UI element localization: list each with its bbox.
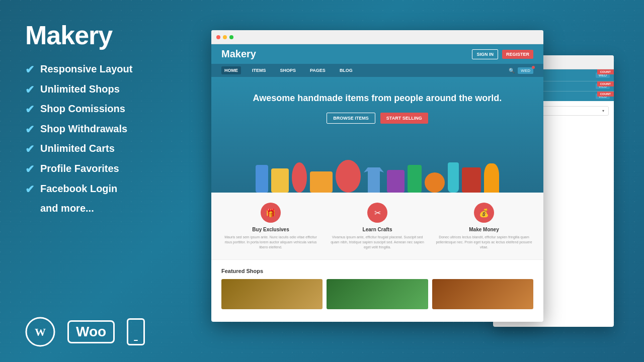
feature-label: Unlimited Carts (40, 142, 115, 155)
woo-badge: Woo (67, 320, 115, 343)
icons-row: W Woo (25, 317, 171, 347)
hero-section: Awesome handmade items from people aroun… (211, 77, 543, 193)
dot-yellow (223, 35, 227, 39)
nav-item-items[interactable]: ITEMS (249, 66, 269, 74)
mobile-icon (127, 318, 145, 345)
shop-thumbnail-1[interactable] (221, 279, 323, 309)
shops-grid (221, 279, 533, 309)
check-icon: ✔ (25, 123, 34, 137)
feature-desc-learn: Vivamus ipsum ante, efficitur feugiat pl… (328, 235, 427, 249)
illus-item (408, 165, 422, 193)
browser-main: Makery SIGN IN REGISTER HOME ITEMS SHOPS… (211, 30, 543, 322)
left-panel: Makery ✔ Responsive Layout ✔ Unlimited S… (0, 0, 191, 362)
feature-desc-buy: Mauris sed sem ipsum ante. Nunc iaculis … (221, 235, 320, 249)
illus-item (292, 162, 307, 193)
feature-title-learn: Learn Crafts (328, 227, 427, 232)
illus-item (387, 170, 405, 193)
makery-topbar: Makery SIGN IN REGISTER (211, 44, 543, 64)
illus-item (425, 172, 445, 193)
nav-item-home[interactable]: HOME (221, 66, 241, 74)
wordpress-icon: W (25, 317, 55, 347)
woo-label: Woo (76, 324, 106, 339)
hero-title: Awesome handmade items from people aroun… (221, 92, 533, 105)
nav-search: 🔍 WED (509, 67, 533, 74)
check-icon: ✔ (25, 162, 34, 177)
illus-item (484, 163, 499, 193)
illus-item (256, 165, 268, 193)
features-list: ✔ Responsive Layout ✔ Unlimited Shops ✔ … (25, 62, 171, 217)
check-icon: ✔ (25, 142, 34, 157)
feature-desc-money: Donec ultrices lectus blandit, efficitur… (435, 235, 533, 249)
list-item: ✔ Responsive Layout (25, 62, 171, 77)
feature-title-buy: Buy Exclusives (221, 227, 320, 232)
check-icon: ✔ (25, 63, 34, 77)
features-section: 🎁 Buy Exclusives Mauris sed sem ipsum an… (211, 193, 543, 259)
list-item: ✔ Unlimited Carts (25, 142, 171, 157)
search-icon[interactable]: 🔍 (509, 68, 515, 73)
chevron-down-icon: ▾ (602, 109, 604, 113)
featured-shops-section: Featured Shops (211, 259, 543, 317)
shop-thumbnail-3[interactable] (432, 279, 533, 309)
nav-item-blog[interactable]: BLOG (337, 66, 356, 74)
feature-icon-buy: 🎁 (261, 203, 281, 223)
browser-header-main (211, 30, 543, 44)
feature-title-money: Make Money (435, 227, 533, 232)
feature-item-money: 💰 Make Money Donec ultrices lectus bland… (435, 203, 533, 249)
feature-label: Facebook Login (40, 182, 117, 195)
feature-item-buy: 🎁 Buy Exclusives Mauris sed sem ipsum an… (221, 203, 320, 249)
feature-item-learn: ✂ Learn Crafts Vivamus ipsum ante, effic… (328, 203, 427, 249)
dot-green (229, 35, 233, 39)
illus-item (462, 167, 481, 193)
browse-items-button[interactable]: BROWSE ITEMS (327, 113, 375, 124)
list-item: ✔ Unlimited Shops (25, 82, 171, 98)
items-illustration (211, 152, 543, 193)
cart-badge[interactable]: WED (518, 67, 533, 74)
feature-label: Profile Favorites (40, 162, 119, 175)
feature-label: Responsive Layout (40, 62, 132, 75)
main-container: Makery ✔ Responsive Layout ✔ Unlimited S… (0, 0, 644, 362)
feature-label: and more... (40, 202, 94, 215)
feature-label: Shop Comissions (40, 102, 125, 115)
dot-red (216, 35, 220, 39)
list-item: ✔ and more... (25, 202, 171, 217)
scissors-icon: ✂ (374, 208, 381, 218)
illus-item (310, 171, 333, 193)
count-badge-1: COUNT (597, 69, 614, 74)
register-button[interactable]: REGISTER (502, 50, 533, 59)
feature-icon-money: 💰 (474, 203, 494, 223)
check-icon: ✔ (25, 103, 34, 117)
feature-icon-learn: ✂ (367, 203, 387, 223)
shop-thumbnail-2[interactable] (327, 279, 428, 309)
svg-text:W: W (35, 326, 46, 338)
list-item: ✔ Facebook Login (25, 182, 171, 197)
nav-buttons: SIGN IN REGISTER (472, 49, 533, 59)
list-item: ✔ Profile Favorites (25, 162, 171, 177)
featured-shops-title: Featured Shops (221, 268, 533, 274)
signin-button[interactable]: SIGN IN (472, 49, 498, 59)
illus-item (364, 167, 384, 193)
hero-buttons: BROWSE ITEMS START SELLING (221, 113, 533, 124)
check-icon: ✔ (25, 183, 34, 197)
illus-item (271, 168, 289, 193)
check-icon: ✔ (25, 83, 34, 98)
list-item: ✔ Shop Withdrawals (25, 122, 171, 137)
gift-icon: 🎁 (266, 208, 276, 218)
count-badge-2: COUNT (597, 81, 614, 86)
count-badge-3: COUNT (597, 92, 614, 97)
nav-menu: HOME ITEMS SHOPS PAGES BLOG 🔍 WED (211, 64, 543, 77)
nav-item-pages[interactable]: PAGES (307, 66, 329, 74)
nav-item-shops[interactable]: SHOPS (277, 66, 299, 74)
feature-label: Shop Withdrawals (40, 122, 127, 135)
list-item: ✔ Shop Comissions (25, 102, 171, 117)
brand-title: Makery (25, 20, 171, 50)
feature-label: Unlimited Shops (40, 82, 120, 96)
features-grid: 🎁 Buy Exclusives Mauris sed sem ipsum an… (221, 203, 533, 249)
right-panel: WED COUNT WED COUNT WED COUNT Sort by...… (191, 0, 644, 362)
money-icon: 💰 (479, 208, 489, 218)
makery-logo: Makery (221, 48, 256, 60)
start-selling-button[interactable]: START SELLING (380, 113, 428, 124)
illus-item (448, 162, 459, 193)
illus-item (336, 160, 361, 193)
